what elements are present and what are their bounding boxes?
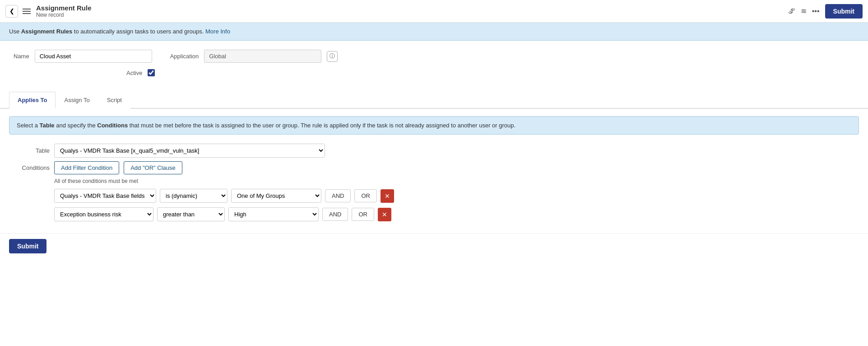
conditions-label: Conditions	[9, 164, 50, 171]
info-banner-prefix: Use	[9, 28, 21, 35]
filter2-or-button[interactable]: OR	[352, 208, 374, 221]
filter1-value-select[interactable]: One of My Groups	[231, 189, 321, 203]
filter1-or-button[interactable]: OR	[354, 189, 377, 202]
bottom-bar: Submit	[0, 233, 868, 259]
application-group: Application Global ⓘ	[170, 50, 338, 63]
table-row: Table Qualys - VMDR Task Base [x_qual5_v…	[9, 144, 859, 158]
form-area: Name Application Global ⓘ Active	[0, 41, 868, 87]
more-options-button[interactable]: •••	[812, 7, 820, 15]
filter2-delete-icon: ✕	[382, 211, 387, 218]
add-filter-condition-button[interactable]: Add Filter Condition	[54, 161, 119, 174]
tab-applies-to[interactable]: Applies To	[9, 92, 56, 109]
info-icon: ⓘ	[330, 52, 335, 60]
record-type-label: Assignment Rule	[36, 4, 92, 12]
condition-info-text: Select a Table and specify the Condition…	[17, 122, 515, 129]
submit-header-button[interactable]: Submit	[825, 4, 863, 19]
name-label: Name	[14, 53, 29, 60]
header-title: Assignment Rule New record	[36, 4, 92, 18]
name-group: Name	[14, 50, 152, 63]
name-input[interactable]	[35, 50, 152, 63]
attachment-icon: 🖇	[788, 7, 795, 15]
filter1-delete-icon: ✕	[385, 192, 390, 200]
filter-row-1: Qualys - VMDR Task Base fields is (dynam…	[54, 189, 859, 203]
form-row-name: Name Application Global ⓘ	[14, 50, 854, 63]
tab-assign-to[interactable]: Assign To	[56, 92, 98, 109]
active-checkbox[interactable]	[148, 69, 155, 76]
activity-icon: ≋	[801, 7, 807, 15]
header-bar: ❮ Assignment Rule New record 🖇 ≋ ••• Sub…	[0, 0, 868, 23]
application-label: Application	[170, 53, 199, 60]
filter1-field-select[interactable]: Qualys - VMDR Task Base fields	[54, 189, 156, 203]
main-content: Use Assignment Rules to automatically as…	[0, 23, 868, 346]
header-actions: 🖇 ≋ ••• Submit	[788, 4, 863, 19]
info-banner: Use Assignment Rules to automatically as…	[0, 23, 868, 41]
application-info-button[interactable]: ⓘ	[327, 51, 338, 62]
table-select[interactable]: Qualys - VMDR Task Base [x_qual5_vmdr_vu…	[54, 144, 325, 158]
conditions-helper-text: All of these conditions must be met	[54, 178, 859, 184]
info-banner-suffix: to automatically assign tasks to users a…	[74, 28, 204, 35]
tab-content-applies-to: Select a Table and specify the Condition…	[0, 109, 868, 233]
info-banner-bold: Assignment Rules	[21, 28, 72, 35]
tabs-bar: Applies To Assign To Script	[0, 92, 868, 109]
record-sub-label: New record	[36, 12, 92, 18]
condition-info-box: Select a Table and specify the Condition…	[9, 116, 859, 135]
filter2-field-select[interactable]: Exception business risk	[54, 207, 153, 221]
filter-row-2: Exception business risk greater than Hig…	[54, 207, 859, 221]
back-button[interactable]: ❮	[5, 5, 18, 18]
active-group: Active	[126, 69, 155, 76]
conditions-helper: All of these conditions must be met	[54, 178, 859, 184]
more-icon: •••	[812, 7, 820, 15]
filter2-operator-select[interactable]: greater than	[157, 207, 225, 221]
menu-button[interactable]	[23, 9, 31, 14]
submit-bottom-button[interactable]: Submit	[9, 239, 46, 253]
add-or-clause-button[interactable]: Add "OR" Clause	[124, 161, 182, 174]
form-row-active: Active	[14, 69, 854, 76]
application-value: Global	[204, 50, 321, 63]
activity-button[interactable]: ≋	[801, 7, 807, 15]
back-icon: ❮	[9, 8, 14, 14]
tab-script[interactable]: Script	[98, 92, 130, 109]
conditions-row: Conditions Add Filter Condition Add "OR"…	[9, 161, 859, 174]
active-label: Active	[126, 70, 142, 76]
table-label: Table	[9, 147, 50, 154]
filter1-delete-button[interactable]: ✕	[381, 189, 394, 203]
filter1-operator-select[interactable]: is (dynamic)	[160, 189, 227, 203]
filter2-delete-button[interactable]: ✕	[378, 208, 391, 221]
more-info-link[interactable]: More Info	[205, 28, 230, 35]
filter2-and-button[interactable]: AND	[322, 208, 348, 221]
filter1-and-button[interactable]: AND	[325, 189, 351, 202]
attachment-button[interactable]: 🖇	[788, 7, 795, 15]
main-wrapper: Use Assignment Rules to automatically as…	[0, 23, 868, 346]
filter2-value-select[interactable]: High	[228, 207, 319, 221]
